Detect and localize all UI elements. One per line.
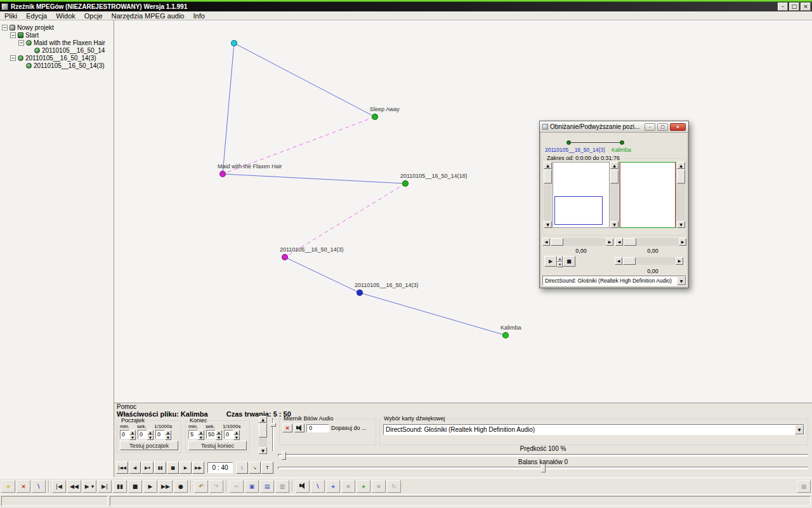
menu-narz-dzia-mpeg-audio[interactable]: Narzędzia MPEG audio — [107, 11, 189, 20]
add-point-button[interactable]: + — [326, 480, 340, 493]
graph-node-20110105-16-50-14-3[interactable] — [357, 290, 363, 296]
cut-button[interactable]: ✂ — [230, 480, 244, 493]
spin-up-button[interactable]: ▲ — [147, 430, 154, 435]
test-start-button[interactable]: Testuj początek — [120, 441, 178, 450]
balance-slider-thumb[interactable] — [541, 464, 546, 472]
step-back-button[interactable]: ◀◀ — [67, 480, 81, 493]
speed-slider[interactable] — [278, 454, 808, 457]
left-wave-scrollbar[interactable]: ▲▼ — [544, 162, 552, 228]
scroll-up-button[interactable]: ▲ — [259, 416, 267, 423]
collapse-icon[interactable]: − — [18, 40, 24, 46]
minimize-button[interactable]: – — [778, 3, 788, 11]
start-min-spinner[interactable]: 0▲▼ — [120, 430, 136, 439]
spin-up-button[interactable]: ▲ — [129, 430, 136, 435]
scroll-up-button[interactable]: ▲ — [677, 162, 685, 169]
mute-button[interactable] — [296, 480, 310, 493]
meter-speaker-button[interactable] — [294, 424, 304, 432]
spin-up-button[interactable]: ▲ — [198, 430, 204, 435]
start-ms-spinner[interactable]: 0▲▼ — [155, 430, 171, 439]
graph-node-kalimba[interactable] — [502, 332, 509, 338]
dialog-titlebar[interactable]: Obniżanie/Podwyższanie pozi... – □ × — [540, 121, 688, 133]
right-wave-scrollbar[interactable]: ▲▼ — [677, 162, 685, 228]
scrollbar-thumb[interactable] — [551, 238, 563, 246]
tree-item-maid-with-the-flaxen-hair[interactable]: −Maid with the Flaxen Hair — [0, 39, 114, 46]
spin-up-button[interactable]: ▲ — [557, 256, 563, 262]
mid-wave-scrollbar[interactable]: ▲▼ — [610, 162, 619, 228]
spinner-value[interactable]: 0 — [155, 430, 165, 439]
graph-node-20110105-16-50-14-18[interactable] — [402, 180, 409, 187]
pause-button[interactable]: ▮▮ — [154, 462, 166, 474]
combo-dropdown-button[interactable]: ▼ — [795, 425, 804, 434]
left-node-dot[interactable] — [566, 140, 571, 145]
scrollbar-thumb[interactable] — [624, 238, 636, 246]
connect-clips-button[interactable]: \ — [32, 480, 46, 493]
scroll-left-button[interactable]: ◀ — [542, 238, 550, 246]
end-ms-spinner[interactable]: 0▲▼ — [224, 430, 240, 439]
spin-down-button[interactable]: ▼ — [129, 435, 136, 440]
line-arrow-tool-button[interactable]: ↘ — [249, 462, 261, 474]
maximize-button[interactable]: □ — [789, 3, 799, 11]
tree-item-nowy-projekt[interactable]: −Nowy projekt — [0, 23, 114, 31]
dialog-combo-dropdown[interactable]: ▼ — [677, 276, 686, 285]
left-wave-hscrollbar[interactable]: ◀▶ — [542, 238, 613, 246]
line-tool-button[interactable]: \ — [236, 462, 248, 474]
spin-down-button[interactable]: ▼ — [216, 435, 222, 440]
add-clip-button[interactable]: + — [1, 480, 15, 493]
spin-up-button[interactable]: ▲ — [216, 430, 222, 435]
fast-forward-button[interactable]: ▶▶ — [192, 462, 204, 474]
spinner-value[interactable]: 0 — [120, 430, 129, 439]
dialog-stop-button[interactable]: ■ — [563, 256, 575, 267]
pause-button[interactable]: ▮▮ — [113, 480, 127, 493]
play-button[interactable]: ▶ — [180, 462, 192, 474]
remove-point-button[interactable]: × — [341, 480, 355, 493]
dialog-minimize-button[interactable]: – — [645, 123, 655, 131]
play-mini-spinner[interactable]: ▲ ▼ — [557, 256, 563, 267]
spinner-value[interactable]: 50 — [206, 430, 216, 439]
stop-button[interactable]: ■ — [128, 480, 142, 493]
titlebar[interactable]: Rzeźnik MPEGów (NIEZAREJESTROWANY) Wersj… — [0, 2, 812, 11]
play-menu-button[interactable]: ▶ ▾ — [82, 480, 96, 493]
spin-down-button[interactable]: ▼ — [165, 435, 171, 440]
scrollbar-thumb[interactable] — [610, 170, 619, 184]
scroll-left-button[interactable]: ◀ — [615, 257, 622, 265]
add-marker-button[interactable]: + — [357, 480, 370, 493]
balance-slider[interactable] — [278, 467, 808, 469]
remove-marker-button[interactable]: × — [372, 480, 386, 493]
skip-to-start-button[interactable]: |◀◀ — [116, 462, 128, 474]
graph-node-unlabeled[interactable] — [231, 40, 237, 46]
collapse-icon[interactable]: − — [2, 25, 8, 30]
menu-pliki[interactable]: Pliki — [0, 11, 22, 20]
right-waveform-panel[interactable] — [619, 162, 676, 228]
volume-dialog[interactable]: Obniżanie/Podwyższanie pozi... – □ × 201… — [539, 121, 689, 288]
scroll-right-button[interactable]: ▶ — [676, 257, 683, 265]
collapse-icon[interactable]: − — [10, 32, 16, 38]
meter-value-field[interactable]: 0 — [306, 424, 329, 432]
spinner-value[interactable]: 0 — [138, 430, 147, 439]
sound-card-combo[interactable]: DirectSound: Głośniki (Realtek High Defi… — [383, 424, 804, 435]
undo-button[interactable]: ↶ — [194, 480, 208, 493]
level-balance-slider[interactable]: ◀▶ — [615, 257, 683, 265]
scroll-right-button[interactable]: ▶ — [606, 238, 613, 246]
spinner-value[interactable]: 0 — [224, 430, 233, 439]
scrollbar-thumb[interactable] — [623, 257, 636, 265]
graph-node-maid-with-the-flaxen-hair[interactable] — [219, 171, 226, 177]
right-wave-hscrollbar[interactable]: ◀▶ — [615, 238, 686, 246]
pomoc-label[interactable]: Pomoc — [117, 403, 136, 410]
position-scrollbar[interactable]: ▲▼ — [259, 416, 267, 454]
scrollbar-track[interactable] — [550, 238, 606, 246]
graph-node-sleep-away[interactable] — [372, 114, 378, 120]
menu-info[interactable]: Info — [188, 11, 209, 20]
scroll-down-button[interactable]: ▼ — [544, 221, 552, 228]
selection-rect[interactable] — [554, 196, 603, 225]
loop-button[interactable]: ↻ — [387, 480, 401, 493]
remove-clip-button[interactable]: × — [16, 480, 30, 493]
scrollbar-track[interactable] — [623, 238, 679, 246]
scroll-down-button[interactable]: ▼ — [610, 221, 619, 228]
tree-item-20110105-16-50-14-3[interactable]: −20110105__16_50_14(3) — [0, 54, 114, 62]
scrollbar-track[interactable] — [677, 169, 685, 221]
dialog-play-button[interactable]: ▶ — [544, 256, 557, 267]
menu-opcje[interactable]: Opcje — [80, 11, 107, 20]
meter-close-button[interactable]: × — [282, 424, 292, 432]
scroll-left-button[interactable]: ◀ — [615, 238, 623, 246]
scroll-right-button[interactable]: ▶ — [679, 238, 686, 246]
